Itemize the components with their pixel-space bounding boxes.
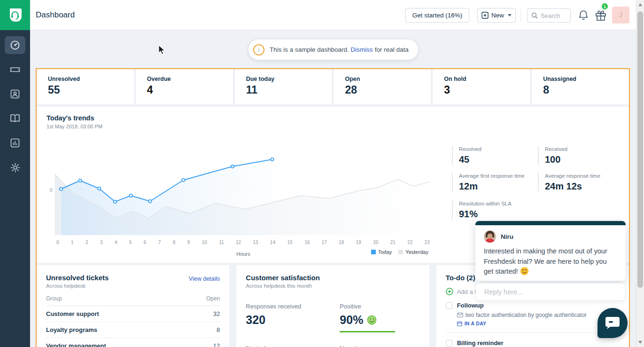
todo-due-label: IN A DAY — [457, 321, 620, 326]
mouse-cursor — [158, 45, 166, 55]
vertical-scrollbar[interactable] — [636, 0, 644, 347]
chat-widget: Niru Interested in making the most out o… — [475, 221, 626, 281]
add-circle-icon — [446, 288, 453, 295]
customer-satisfaction-card: Customer satisfaction Across helpdesk th… — [236, 265, 429, 347]
metric-avg-first-response: Average first response time 12m — [452, 173, 534, 192]
legend-yesterday[interactable]: Yesterday — [398, 249, 428, 255]
todo-checkbox[interactable] — [446, 302, 452, 309]
app-frame: Dashboard Get started (16%) New 1 J — [0, 0, 644, 347]
positive-face-icon — [367, 315, 377, 325]
sidebar — [0, 0, 30, 347]
positive-underline — [340, 331, 395, 332]
dashboard-gauge-icon — [10, 40, 20, 50]
chat-reply-input[interactable] — [484, 288, 617, 296]
table-row[interactable]: Customer support32 — [46, 306, 220, 322]
todo-item: Billing reminder Ticket Sharing between … — [446, 339, 620, 347]
agent-name: Niru — [501, 233, 513, 240]
topbar-divider — [520, 8, 521, 22]
scroll-down-icon[interactable] — [638, 341, 642, 344]
freshdesk-logo[interactable] — [0, 0, 30, 30]
unresolved-tickets-table: Group Open Customer support32 Loyalty pr… — [46, 295, 220, 347]
stat-card-unassigned[interactable]: Unassigned 8 — [532, 69, 629, 104]
dismiss-link[interactable]: Dismiss — [351, 46, 373, 53]
scroll-up-icon[interactable] — [638, 3, 642, 6]
metric-received: Received 100 — [538, 146, 620, 165]
x-axis-label: Hours — [222, 251, 264, 257]
page-title: Dashboard — [36, 10, 75, 20]
negative-block: Negative 4% — [340, 345, 419, 347]
metric-resolved: Resolved 45 — [452, 146, 534, 165]
chevron-down-icon — [508, 14, 512, 16]
smile-emoji-icon — [520, 267, 529, 276]
metric-avg-response: Average response time 24m 12s — [538, 173, 620, 192]
search-box[interactable] — [527, 8, 571, 23]
sidebar-item-contacts[interactable] — [5, 85, 25, 103]
stat-card-on-hold[interactable]: On hold 3 — [433, 69, 530, 104]
legend-today[interactable]: Today — [371, 249, 392, 255]
contacts-icon — [10, 89, 20, 99]
sidebar-item-admin[interactable] — [5, 158, 25, 176]
sample-dashboard-notice: i This is a sample dashboard. Dismiss fo… — [248, 39, 418, 60]
search-input[interactable] — [541, 12, 565, 19]
agent-avatar — [484, 230, 496, 243]
chart-legend: Today Yesterday — [371, 249, 428, 255]
sidebar-item-dashboard[interactable] — [5, 36, 25, 54]
new-button-label: New — [491, 12, 504, 19]
ticket-envelope-icon — [457, 313, 463, 317]
info-icon: i — [253, 44, 264, 55]
dashboard-highlight-panel: Unresolved 55 Overdue 4 Due today 11 Ope… — [36, 68, 630, 347]
chat-bubble-icon — [605, 317, 620, 329]
table-row[interactable]: Vendor management12 — [46, 338, 220, 347]
search-icon — [531, 12, 538, 19]
stat-card-open[interactable]: Open 28 — [334, 69, 431, 104]
tickets-icon — [9, 64, 21, 75]
todo-checkbox[interactable] — [446, 340, 452, 347]
notice-text: This is a sample dashboard. Dismiss for … — [270, 46, 409, 53]
todo-separator — [446, 332, 620, 333]
today-area — [61, 159, 272, 235]
headset-logo-icon — [7, 7, 23, 23]
unresolved-tickets-card: Unresolved tickets Across helpdesk View … — [37, 265, 229, 347]
satisfaction-title: Customer satisfaction — [246, 274, 419, 282]
stat-card-unresolved[interactable]: Unresolved 55 — [37, 69, 134, 104]
chat-launcher-button[interactable] — [597, 308, 628, 338]
calendar-icon — [457, 321, 462, 326]
metric-resolution-sla: Resolution within SLA 91% — [452, 201, 534, 220]
today-swatch-icon — [371, 250, 376, 254]
x-axis-ticks: 01234567891011121314151617181920212223 — [56, 240, 430, 245]
admin-gear-icon — [10, 162, 21, 173]
topbar: Dashboard Get started (16%) New 1 J — [0, 0, 644, 30]
new-button[interactable]: New — [477, 8, 516, 23]
gift-badge: 1 — [601, 2, 609, 10]
sidebar-item-reports[interactable] — [5, 134, 25, 152]
satisfaction-grid: Responses received 320 Positive 90% Neut… — [246, 303, 419, 347]
y-axis-zero-label: 0 — [50, 188, 53, 193]
sidebar-item-tickets[interactable] — [5, 61, 25, 79]
todo-item: Followup two factor authentication by go… — [446, 302, 620, 333]
chat-message: Interested in making the most out of you… — [475, 243, 626, 277]
get-started-button[interactable]: Get started (16%) — [405, 8, 469, 23]
scrollbar-thumb[interactable] — [637, 11, 643, 288]
reports-icon — [10, 138, 20, 148]
stat-card-due-today[interactable]: Due today 11 — [235, 69, 332, 104]
notifications-bell-icon[interactable] — [578, 9, 589, 21]
plus-square-icon — [481, 12, 489, 19]
stat-card-overdue[interactable]: Overdue 4 — [136, 69, 233, 104]
view-details-link[interactable]: View details — [189, 276, 220, 282]
chat-reply-box[interactable] — [475, 283, 626, 301]
neutral-block: Neutral 6% — [246, 345, 340, 347]
table-row[interactable]: Loyalty programs8 — [46, 322, 220, 338]
yesterday-swatch-icon — [398, 250, 403, 254]
user-avatar[interactable]: J — [612, 7, 629, 24]
chat-widget-header — [475, 221, 626, 225]
solutions-book-icon — [9, 113, 21, 124]
stat-cards-row: Unresolved 55 Overdue 4 Due today 11 Ope… — [37, 69, 629, 104]
gift-icon[interactable] — [595, 9, 607, 21]
positive-block: Positive 90% — [340, 303, 419, 332]
sidebar-item-solutions[interactable] — [5, 110, 25, 127]
responses-received: Responses received 320 — [246, 303, 340, 332]
